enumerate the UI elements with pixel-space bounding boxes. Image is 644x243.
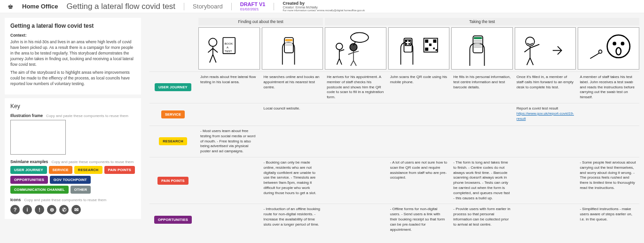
svg-rect-21 [425,47,428,51]
svg-point-9 [336,43,343,50]
storyboard-board: Finding out about the test Taking the te… [149,18,639,235]
cell [262,126,323,157]
cell [515,204,576,235]
tag-service[interactable]: SERVICE [49,166,72,174]
cell: - Provide users with form earlier in pro… [451,204,513,235]
illustration-frame-sample[interactable] [10,120,66,155]
frame-3[interactable] [325,27,386,70]
frame-1[interactable]: BOOKATEST [198,27,260,70]
svg-text:TEST: TEST [225,50,232,53]
divider [274,3,274,10]
svg-rect-27 [474,40,482,42]
tag-research[interactable]: RESEARCH [74,166,102,174]
mail-icon[interactable]: ✉ [71,205,81,214]
cell [325,157,386,204]
svg-rect-6 [285,39,292,41]
cell [198,103,260,125]
frame-2[interactable] [262,27,323,70]
divider [231,3,232,10]
cell [515,157,576,204]
lane-pain-points: PAIN POINTS - Booking can only be made o… [149,157,639,204]
alert-icon[interactable]: ! [35,205,44,214]
draft-label: DRAFT V1 [240,1,266,7]
sidebar: Getting a lateral flow covid test Contex… [5,18,141,235]
svg-rect-7 [285,42,292,44]
svg-rect-23 [433,47,434,49]
svg-rect-15 [408,40,410,42]
lane-opportunities: OPPORTUNITIES - Introduction of an offli… [149,204,639,235]
cell: Local council website. [262,103,323,125]
lane-research: RESEARCH - Most users learn about free t… [149,125,639,157]
lane-service: SERVICE Local council website. Report a … [149,103,639,125]
cell [198,157,260,204]
svg-rect-17 [408,43,410,45]
cell: John reads about free lateral flow testi… [198,72,260,103]
cell [388,126,450,157]
svg-point-36 [599,50,602,53]
tag-communication-channel[interactable]: COMMUNICATION CHANNEL [10,186,69,194]
context-label: Context: [10,33,135,38]
cell [451,126,513,157]
tag-user-journey[interactable]: USER JOURNEY [10,166,47,174]
svg-point-10 [350,44,357,51]
tag-other[interactable]: OTHER [71,186,91,194]
svg-text:A: A [227,46,228,49]
tag-pain-points[interactable]: PAIN POINTS [104,166,135,174]
app-header: ♚ Home Office Getting a lateral flow cov… [0,0,644,13]
cell: He fills in his personal information, te… [451,72,513,103]
swimlane-tags: USER JOURNEY SERVICE RESEARCH PAIN POINT… [10,166,135,194]
svg-rect-29 [474,44,482,46]
icon-row: ? i ! ⊜ ✆ ✉ [10,205,135,214]
illustration-label: Illustration frame Copy and paste these … [10,113,135,118]
lane-label-pain-points: PAIN POINTS [157,177,188,185]
swimlane-label: Swimlane examples Copy and paste these c… [10,159,135,164]
cell: - A lot of users are not sure how to sca… [388,157,450,204]
lane-label-research: RESEARCH [159,137,187,145]
context-title: Getting a lateral flow covid test [10,23,135,29]
cell-service-link[interactable]: Report a covid test result https://www.g… [515,103,576,125]
frame-4[interactable] [388,27,450,70]
svg-rect-16 [406,43,407,45]
cell: A member of staff takes his test label. … [578,72,639,103]
cell: - Offline forms for non-digital users. -… [388,204,450,235]
column-groups: Finding out about the test Taking the te… [149,18,639,25]
phone-icon[interactable]: ✆ [59,205,69,214]
svg-rect-22 [429,44,432,46]
lane-user-journey: USER JOURNEY John reads about free later… [149,71,639,103]
print-icon[interactable]: ⊜ [47,205,56,214]
cell [198,204,260,235]
frame-5[interactable] [451,27,513,70]
context-panel: Getting a lateral flow covid test Contex… [5,18,141,94]
cell: Once it's filled in, a member of staff c… [515,72,576,103]
cell: - Simplified instructions - make users a… [578,204,639,235]
tag-gov-touchpoint[interactable]: GOV TOUCHPOINT [50,176,91,184]
svg-point-33 [613,42,616,45]
svg-text:BOOK: BOOK [225,42,233,45]
cell: John scans the QR code using his mobile … [388,72,450,103]
context-text-2: The aim of the storyboard is to highligh… [10,70,135,87]
cell [515,126,576,157]
lane-label-service: SERVICE [161,110,185,118]
cell [388,103,450,125]
svg-rect-14 [406,40,407,42]
cell: - The form is long and takes time to fin… [451,157,513,204]
info-icon[interactable]: i [23,205,32,214]
cell [578,103,639,125]
divider [184,3,184,10]
lane-label-user-journey: USER JOURNEY [155,83,191,91]
draft-date: 01/02/2021 [240,7,266,11]
frame-7[interactable] [578,27,639,70]
page-title: Getting a lateral flow covid test [67,2,176,11]
cell: - Most users learn about free testing fr… [198,126,260,157]
context-text-1: John is in his mid-30s and lives in an a… [10,39,135,67]
svg-point-11 [351,32,369,42]
cell: He searches online and books an appointm… [262,72,323,103]
cell: - Introduction of an offline booking rou… [262,204,323,235]
svg-rect-8 [285,44,292,46]
svg-rect-28 [474,42,482,44]
frame-6[interactable] [515,27,576,70]
svg-point-35 [616,47,621,55]
cell [451,103,513,125]
tag-opportunities[interactable]: OPPORTUNITIES [10,176,48,184]
help-icon[interactable]: ? [10,205,20,214]
